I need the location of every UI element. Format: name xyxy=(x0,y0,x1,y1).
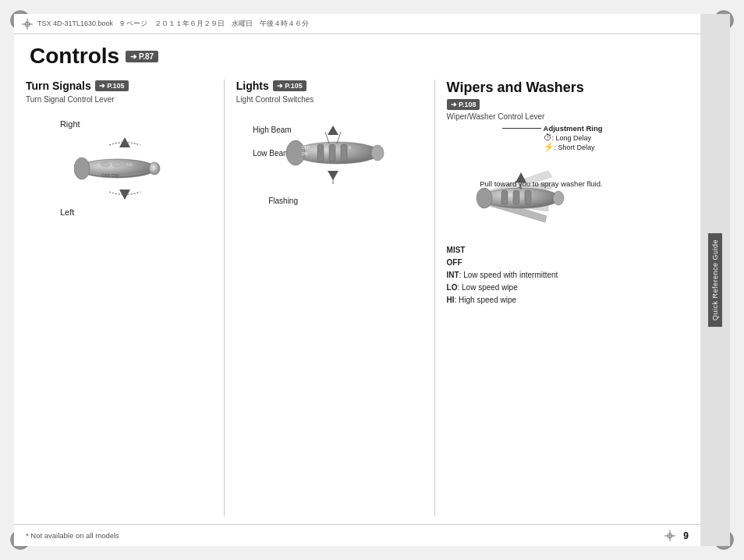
lo-desc: : Low speed wipe xyxy=(457,283,517,292)
top-bar: TSX 4D-31TL1630.book 9 ページ ２０１１年６月２９日 水曜… xyxy=(14,14,700,34)
wipers-title: Wipers and Washers xyxy=(447,80,584,96)
page: TSX 4D-31TL1630.book 9 ページ ２０１１年６月２９日 水曜… xyxy=(14,14,730,546)
int-label: INT xyxy=(447,271,459,279)
lights-ref: ➔ P.105 xyxy=(273,80,306,91)
svg-point-25 xyxy=(371,145,384,161)
columns: Turn Signals ➔ P.105 Turn Signal Control… xyxy=(14,72,700,524)
adj-ring-label: Adjustment Ring xyxy=(544,124,603,133)
content-area: TSX 4D-31TL1630.book 9 ページ ２０１１年６月２９日 水曜… xyxy=(14,14,700,546)
turn-signal-diagram-area: Right Left xyxy=(26,110,212,223)
crosshair-topbar-icon xyxy=(22,19,33,30)
top-bar-text: TSX 4D-31TL1630.book 9 ページ ２０１１年６月２９日 水曜… xyxy=(37,19,309,29)
svg-point-19 xyxy=(101,162,110,167)
label-left: Left xyxy=(60,207,74,217)
page-number: 9 xyxy=(683,530,689,541)
lo-label: LO xyxy=(447,283,458,292)
lights-title: Lights xyxy=(236,80,269,92)
controls-main-title: Controls xyxy=(30,44,119,69)
svg-text:ON: ON xyxy=(112,173,119,178)
svg-point-21 xyxy=(124,162,133,167)
turn-signals-sub-label: Turn Signal Control Lever xyxy=(26,95,212,104)
svg-point-41 xyxy=(553,191,564,205)
sidebar: Quick Reference Guide xyxy=(700,14,730,546)
turn-signals-ref: ➔ P.105 xyxy=(95,80,129,91)
svg-point-40 xyxy=(477,188,492,208)
wipers-ref: ➔ P.108 xyxy=(447,99,480,110)
svg-text:0: 0 xyxy=(349,145,351,150)
svg-point-20 xyxy=(112,162,122,167)
lights-section: Lights ➔ P.105 Light Control Switches Hi… xyxy=(225,80,435,516)
turn-signals-title: Turn Signals xyxy=(26,80,91,92)
svg-rect-28 xyxy=(329,144,335,161)
sidebar-tab: Quick Reference Guide xyxy=(708,233,722,327)
hi-label: HI xyxy=(447,296,455,304)
lights-title-group: Lights ➔ P.105 xyxy=(236,80,423,92)
svg-text:OFF: OFF xyxy=(302,145,310,150)
turn-signals-section: Turn Signals ➔ P.105 Turn Signal Control… xyxy=(26,80,225,516)
svg-rect-39 xyxy=(525,190,531,204)
wiper-speed-info: MIST OFF INT: Low speed with intermitten… xyxy=(447,244,689,307)
svg-text:OFF: OFF xyxy=(101,173,111,178)
svg-rect-38 xyxy=(513,190,519,204)
int-desc: : Low speed with intermittent xyxy=(459,271,558,279)
controls-main-ref: ➔ P.87 xyxy=(126,51,158,62)
wipers-title-group: Wipers and Washers xyxy=(447,80,689,96)
svg-rect-29 xyxy=(341,144,347,161)
wipers-section: Wipers and Washers ➔ P.108 Wiper/Washer … xyxy=(435,80,689,516)
wiper-lever-svg xyxy=(447,136,579,253)
svg-rect-27 xyxy=(317,144,324,161)
svg-point-36 xyxy=(482,188,560,208)
lights-sub-label: Light Control Switches xyxy=(236,95,423,104)
footer-note: * Not available on all models xyxy=(26,531,119,540)
svg-text:ON: ON xyxy=(302,151,308,156)
off-label: OFF xyxy=(447,258,462,267)
bottom-bar: * Not available on all models 9 xyxy=(14,524,700,546)
svg-rect-37 xyxy=(501,190,508,204)
controls-title: Controls ➔ P.87 xyxy=(30,44,685,69)
svg-point-18 xyxy=(74,158,90,179)
turn-signal-lever-svg: OFF ON xyxy=(74,118,175,219)
crosshair-bottom-icon xyxy=(664,530,675,541)
wipers-sub-label: Wiper/Washer Control Lever xyxy=(447,112,689,121)
svg-point-17 xyxy=(149,162,160,175)
turn-signals-title-group: Turn Signals ➔ P.105 xyxy=(26,80,212,92)
pull-label: Pull toward you to spray washer fluid. xyxy=(480,179,602,189)
lights-lever-svg: OFF ON 0 xyxy=(259,110,399,211)
hi-desc: : High speed wipe xyxy=(455,296,517,304)
